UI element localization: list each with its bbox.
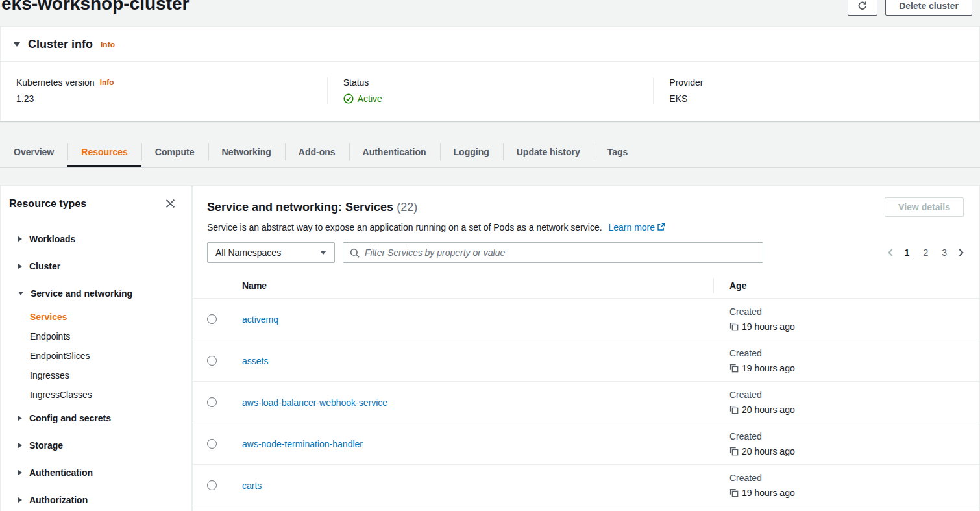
namespace-select-value: All Namespaces xyxy=(215,247,281,258)
tab-compute[interactable]: Compute xyxy=(141,137,208,167)
page-number-2[interactable]: 2 xyxy=(920,246,931,259)
sidebar-item-endpoints[interactable]: Endpoints xyxy=(1,327,191,346)
search-icon xyxy=(350,248,360,258)
service-link[interactable]: assets xyxy=(242,356,268,366)
cluster-info-info-link[interactable]: Info xyxy=(101,40,115,49)
refresh-icon xyxy=(857,1,868,11)
sidebar-item-services[interactable]: Services xyxy=(1,307,191,327)
caret-right-icon xyxy=(18,236,22,242)
created-label: Created xyxy=(729,306,979,318)
resource-types-title: Resource types xyxy=(9,198,86,210)
tab-authentication[interactable]: Authentication xyxy=(349,137,440,167)
sidebar-group-workloads[interactable]: Workloads xyxy=(1,225,191,253)
page-header: eks-workshop-cluster Delete cluster xyxy=(0,0,980,26)
sidebar-group-storage[interactable]: Storage xyxy=(1,432,191,459)
field-kubernetes-version: Kubernetes version Info 1.23 xyxy=(1,77,327,104)
header-actions: Delete cluster xyxy=(848,0,972,16)
sidebar-group-label: Config and secrets xyxy=(29,412,111,425)
panel-title-row: Service and networking: Services (22) Vi… xyxy=(207,197,964,217)
service-link[interactable]: aws-load-balancer-webhook-service xyxy=(242,397,387,408)
caret-down-icon xyxy=(18,292,23,295)
sidebar-group-label: Authentication xyxy=(29,466,93,479)
table-row[interactable]: assets Created 19 hours ago xyxy=(193,340,979,382)
close-panel-button[interactable] xyxy=(164,197,177,210)
field-label: Kubernetes version xyxy=(16,77,95,88)
tab-logging[interactable]: Logging xyxy=(440,137,503,167)
field-provider: Provider EKS xyxy=(653,77,979,104)
sidebar-group-authorization[interactable]: Authorization xyxy=(1,486,191,511)
created-label: Created xyxy=(729,473,979,484)
row-radio[interactable] xyxy=(207,356,217,366)
table-row[interactable]: carts Created 19 hours ago xyxy=(193,465,979,506)
service-and-networking-children: Services Endpoints EndpointSlices Ingres… xyxy=(1,307,191,405)
page-number-3[interactable]: 3 xyxy=(938,246,950,259)
chevron-down-icon xyxy=(320,251,326,255)
cluster-info-header[interactable]: Cluster info Info xyxy=(1,27,979,62)
created-label: Created xyxy=(729,348,979,359)
sidebar-group-label: Workloads xyxy=(29,232,75,245)
sidebar-item-ingresses[interactable]: Ingresses xyxy=(1,366,191,385)
sidebar-item-ingressclasses[interactable]: IngressClasses xyxy=(1,385,191,405)
tab-tags[interactable]: Tags xyxy=(594,137,642,167)
search-input[interactable] xyxy=(365,247,756,258)
sidebar-item-endpointslices[interactable]: EndpointSlices xyxy=(1,346,191,366)
panel-description: Service is an abstract way to expose an … xyxy=(207,221,964,234)
row-radio[interactable] xyxy=(207,314,217,324)
tab-resources[interactable]: Resources xyxy=(67,137,141,167)
cluster-tabs: Overview Resources Compute Networking Ad… xyxy=(0,137,980,168)
kubernetes-version-info-link[interactable]: Info xyxy=(100,78,114,87)
page: eks-workshop-cluster Delete cluster Clus… xyxy=(0,0,980,511)
age-value: 19 hours ago xyxy=(742,488,795,498)
table-row[interactable]: aws-load-balancer-webhook-service Create… xyxy=(193,382,979,423)
page-number-1[interactable]: 1 xyxy=(901,246,913,259)
status-badge: Active xyxy=(343,93,638,104)
row-radio[interactable] xyxy=(207,480,217,490)
search-box xyxy=(343,242,763,263)
resource-type-tree: Workloads Cluster Service and networking… xyxy=(1,225,191,511)
table-header: Name Age xyxy=(193,273,979,299)
caret-right-icon xyxy=(18,443,22,448)
tab-overview[interactable]: Overview xyxy=(0,137,67,167)
copy-icon[interactable] xyxy=(729,488,739,497)
tab-networking[interactable]: Networking xyxy=(208,137,285,167)
field-label: Provider xyxy=(669,77,703,88)
delete-cluster-button[interactable]: Delete cluster xyxy=(885,0,972,16)
sidebar-group-label: Cluster xyxy=(29,260,60,273)
namespace-select[interactable]: All Namespaces xyxy=(207,242,335,263)
service-link[interactable]: carts xyxy=(242,480,262,491)
field-label: Status xyxy=(343,77,369,88)
learn-more-link[interactable]: Learn more xyxy=(608,222,665,232)
table-row[interactable]: Created xyxy=(193,506,979,511)
provider-value: EKS xyxy=(669,93,964,104)
service-link[interactable]: activemq xyxy=(242,314,278,325)
services-table: Name Age activemq Created 19 hours ago xyxy=(193,273,979,511)
created-label: Created xyxy=(729,431,979,442)
previous-page-icon[interactable] xyxy=(888,249,895,256)
tab-update-history[interactable]: Update history xyxy=(503,137,594,167)
tab-add-ons[interactable]: Add-ons xyxy=(285,137,349,167)
copy-icon[interactable] xyxy=(729,447,739,456)
row-radio[interactable] xyxy=(207,397,217,407)
table-row[interactable]: aws-node-termination-handler Created 20 … xyxy=(193,423,979,465)
copy-icon[interactable] xyxy=(729,322,739,331)
refresh-button[interactable] xyxy=(848,0,877,16)
view-details-button[interactable]: View details xyxy=(885,197,964,217)
sidebar-group-authentication[interactable]: Authentication xyxy=(1,459,191,486)
sidebar-group-config-and-secrets[interactable]: Config and secrets xyxy=(1,405,191,432)
resource-types-header: Resource types xyxy=(1,197,191,210)
pagination: 1 2 3 xyxy=(889,246,964,259)
sidebar-group-service-and-networking[interactable]: Service and networking xyxy=(1,280,191,307)
copy-icon[interactable] xyxy=(729,364,739,373)
caret-right-icon xyxy=(18,416,22,421)
column-header-name: Name xyxy=(230,280,713,291)
table-row[interactable]: activemq Created 19 hours ago xyxy=(193,299,979,340)
row-radio[interactable] xyxy=(207,439,217,449)
age-value: 19 hours ago xyxy=(742,363,795,373)
close-icon xyxy=(165,199,175,208)
service-link[interactable]: aws-node-termination-handler xyxy=(242,439,363,449)
sidebar-group-cluster[interactable]: Cluster xyxy=(1,253,191,280)
next-page-icon[interactable] xyxy=(956,249,963,256)
status-value: Active xyxy=(358,93,382,104)
copy-icon[interactable] xyxy=(729,405,739,414)
panel-title-text: Service and networking: Services xyxy=(207,201,393,214)
